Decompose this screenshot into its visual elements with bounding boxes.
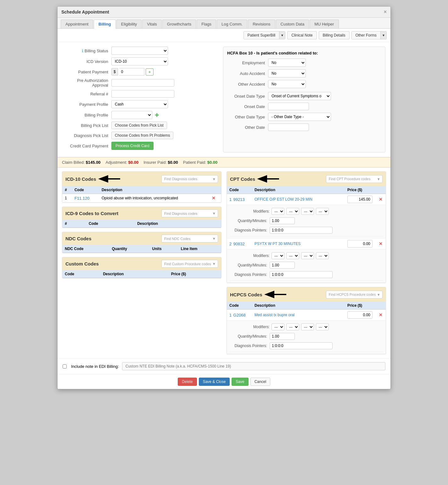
payment-profile-select[interactable]: Cash — [111, 100, 168, 108]
other-forms-dropdown[interactable]: ▾ — [380, 31, 386, 39]
cpt-row2-remove-button[interactable]: ✕ — [379, 241, 383, 246]
hcpcs-row1-qty[interactable] — [270, 333, 295, 340]
icd9-col-desc: Description — [135, 220, 221, 228]
cpt-row2-mod3[interactable]: --- — [301, 252, 314, 259]
add-payment-button[interactable]: + — [146, 68, 154, 76]
hcpcs-row1-diag[interactable] — [270, 342, 333, 349]
auto-accident-select[interactable]: No — [268, 69, 306, 77]
employment-row: Employment No — [227, 59, 381, 67]
cpt-row2-price-input[interactable] — [347, 240, 372, 248]
icd10-search[interactable]: Find Diagnosis codes ▾ — [161, 175, 218, 183]
tab-appointment[interactable]: Appointment — [61, 20, 93, 28]
billing-details-button[interactable]: Billing Details — [319, 31, 350, 39]
delete-button[interactable]: Delete — [178, 378, 197, 386]
cpt-row1-remove-button[interactable]: ✕ — [379, 197, 383, 202]
icd9-search-dropdown-icon[interactable]: ▾ — [213, 211, 215, 216]
cpt-col-desc: Description — [252, 186, 345, 194]
payment-profile-row: Payment Profile Cash — [63, 100, 217, 108]
edi-note-input[interactable] — [122, 362, 385, 370]
diagnosis-pick-list-button[interactable]: Choose Codes from Pt Problems — [111, 132, 173, 139]
save-close-button[interactable]: Save & Close — [199, 378, 230, 386]
cpt-row2-qty[interactable] — [270, 262, 295, 269]
cpt-search[interactable]: Find CPT Procedure codes ▾ — [326, 175, 383, 183]
other-accident-select[interactable]: No — [268, 80, 306, 88]
credit-card-label: Credit Card Payment — [63, 144, 111, 148]
process-credit-card-button[interactable]: Process Credit Card — [111, 142, 154, 150]
onset-date-input[interactable] — [268, 103, 309, 110]
tab-eligibility[interactable]: Eligibility — [116, 20, 142, 28]
insurer-paid-label: Insurer Paid: — [143, 160, 167, 165]
tab-flags[interactable]: Flags — [197, 20, 216, 28]
hcpcs-row1-mod2[interactable]: --- — [286, 323, 299, 330]
billing-status-select[interactable] — [111, 47, 168, 55]
hcpcs-row1-mod1[interactable]: --- — [272, 323, 284, 330]
icd10-search-dropdown-icon[interactable]: ▾ — [213, 177, 215, 181]
cpt-row1-price-input[interactable] — [347, 196, 372, 203]
hcpcs-modifier-row-1: Modifiers: --- --- --- --- — [229, 322, 383, 332]
diagnosis-pick-list-row: Diagnosis Pick List Choose Codes from Pt… — [63, 132, 217, 139]
cpt-row2-num-code: 2 90832 — [227, 238, 252, 249]
cpt-row1-code-link[interactable]: 99213 — [233, 197, 245, 202]
icd10-remove-button[interactable]: ✕ — [212, 196, 216, 201]
tab-mu-helper[interactable]: MU Helper — [310, 20, 339, 28]
include-note-checkbox[interactable] — [63, 364, 67, 368]
close-button[interactable]: × — [384, 9, 387, 15]
quantity-label-1: Quantity/Minutes: — [232, 219, 270, 223]
referral-label: Referral # — [63, 92, 111, 96]
hcpcs-row1-code-link[interactable]: G2068 — [233, 313, 246, 317]
custom-codes-search[interactable]: Find Custom Procedure codes ▾ — [161, 260, 218, 268]
claim-billed-item: Claim Billed: $145.00 — [62, 160, 101, 165]
cpt-row2-mod4[interactable]: --- — [316, 252, 329, 259]
tab-growthcharts[interactable]: Growthcharts — [162, 20, 196, 28]
cpt-row1-mod3[interactable]: --- — [301, 208, 314, 215]
hcpcs-search[interactable]: Find HCPCS Procedure codes ▾ — [326, 291, 383, 299]
other-forms-button[interactable]: Other Forms — [352, 31, 380, 39]
form-left-panel: ℹ Billing Status ICD Version ICD-10 Pati… — [63, 47, 217, 152]
billing-pick-list-button[interactable]: Choose Codes from Pick List — [111, 122, 167, 129]
onset-date-type-select[interactable]: Onset of Current Symptoms o — [268, 92, 331, 100]
icd-version-select[interactable]: ICD-10 — [111, 57, 168, 66]
hcpcs-row1-mod3[interactable]: --- — [301, 323, 314, 330]
employment-select[interactable]: No — [268, 59, 306, 67]
clinical-note-button[interactable]: Clinical Note — [287, 31, 316, 39]
cpt-search-dropdown-icon[interactable]: ▾ — [378, 177, 380, 181]
custom-search-dropdown-icon[interactable]: ▾ — [213, 261, 215, 266]
hcpcs-row1-remove-button[interactable]: ✕ — [379, 312, 383, 317]
tab-log-comm[interactable]: Log Comm. — [217, 20, 247, 28]
patient-superbill-button[interactable]: Patient SuperBill — [244, 31, 279, 39]
codes-right-column: CPT Codes Find CPT Procedure codes ▾ — [227, 171, 386, 354]
hcpcs-row1-price-input[interactable] — [347, 311, 372, 319]
referral-input[interactable] — [111, 90, 174, 98]
ndc-search[interactable]: Find NDC Codes ▾ — [161, 235, 218, 243]
other-date-input[interactable] — [268, 123, 309, 131]
icd9-search[interactable]: Find Diagnosis codes ▾ — [161, 209, 218, 217]
pre-auth-input[interactable] — [111, 79, 174, 87]
icd10-block: ICD-10 Codes Find Diagnosis codes ▾ — [62, 171, 221, 203]
cancel-button[interactable]: Cancel — [250, 378, 270, 386]
cpt-row2-mod2[interactable]: --- — [286, 252, 299, 259]
other-date-label: Other Date — [227, 125, 268, 130]
cpt-row2-diag[interactable] — [270, 271, 333, 278]
patient-payment-input[interactable] — [119, 68, 144, 76]
cpt-row1-mod2[interactable]: --- — [286, 208, 299, 215]
hcpcs-col-action — [376, 302, 386, 310]
save-button[interactable]: Save — [232, 378, 248, 386]
tab-billing[interactable]: Billing — [94, 20, 116, 29]
ndc-search-dropdown-icon[interactable]: ▾ — [213, 236, 215, 241]
patient-superbill-dropdown[interactable]: ▾ — [279, 31, 285, 39]
cpt-row1-diag[interactable] — [270, 227, 333, 234]
hcpcs-quantity-label: Quantity/Minutes: — [232, 334, 270, 339]
tab-vitals[interactable]: Vitals — [142, 20, 162, 28]
add-billing-profile-icon[interactable]: ✚ — [155, 112, 159, 118]
tab-revisions[interactable]: Revisions — [248, 20, 275, 28]
cpt-row2-mod1[interactable]: --- — [272, 252, 284, 259]
cpt-row2-code-link[interactable]: 90832 — [233, 242, 245, 246]
billing-profile-select[interactable] — [111, 111, 152, 119]
cpt-row1-qty[interactable] — [270, 217, 295, 224]
cpt-row1-mod1[interactable]: --- — [272, 208, 284, 215]
hcpcs-search-dropdown-icon[interactable]: ▾ — [378, 292, 380, 297]
hcpcs-row1-mod4[interactable]: --- — [316, 323, 329, 330]
tab-custom-data[interactable]: Custom Data — [276, 20, 309, 28]
cpt-row1-mod4[interactable]: --- — [316, 208, 329, 215]
other-date-type-select[interactable]: - Other Date Type - — [268, 113, 331, 121]
